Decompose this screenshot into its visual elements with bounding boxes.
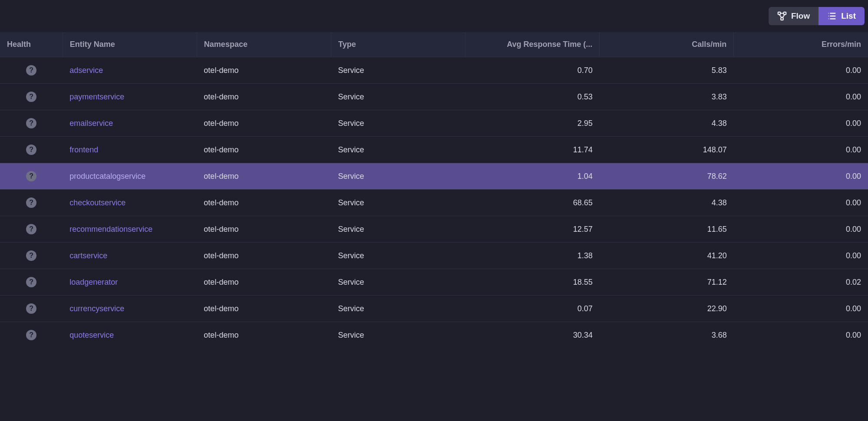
calls-per-min-cell: 4.38: [600, 110, 734, 137]
table-row[interactable]: ?recommendationserviceotel-demoService12…: [0, 216, 868, 243]
flow-button-label: Flow: [791, 11, 810, 21]
table-header-row: Health Entity Name Namespace Type Avg Re…: [0, 32, 868, 57]
avg-response-cell: 2.95: [465, 110, 600, 137]
header-entity-name[interactable]: Entity Name: [63, 32, 197, 57]
health-cell: ?: [0, 163, 63, 190]
health-cell: ?: [0, 296, 63, 322]
list-view-button[interactable]: List: [818, 7, 865, 25]
type-cell: Service: [331, 322, 465, 349]
table-row[interactable]: ?quoteserviceotel-demoService30.343.680.…: [0, 322, 868, 349]
entity-name-cell: currencyservice: [63, 296, 197, 322]
entity-link[interactable]: adservice: [69, 66, 103, 75]
namespace-cell: otel-demo: [197, 57, 331, 84]
health-unknown-icon: ?: [26, 330, 36, 340]
table-row[interactable]: ?currencyserviceotel-demoService0.0722.9…: [0, 296, 868, 322]
header-health[interactable]: Health: [0, 32, 63, 57]
health-cell: ?: [0, 190, 63, 216]
calls-per-min-cell: 41.20: [600, 243, 734, 269]
health-cell: ?: [0, 269, 63, 296]
entity-link[interactable]: quoteservice: [69, 331, 114, 339]
namespace-cell: otel-demo: [197, 190, 331, 216]
entity-link[interactable]: cartservice: [69, 251, 107, 260]
table-row[interactable]: ?cartserviceotel-demoService1.3841.200.0…: [0, 243, 868, 269]
entity-link[interactable]: checkoutservice: [69, 198, 125, 207]
header-calls-per-min[interactable]: Calls/min: [600, 32, 734, 57]
avg-response-cell: 12.57: [465, 216, 600, 243]
namespace-cell: otel-demo: [197, 137, 331, 163]
table-row[interactable]: ?frontendotel-demoService11.74148.070.00: [0, 137, 868, 163]
errors-per-min-cell: 0.00: [734, 163, 868, 190]
entity-name-cell: emailservice: [63, 110, 197, 137]
errors-per-min-cell: 0.00: [734, 322, 868, 349]
errors-per-min-cell: 0.02: [734, 269, 868, 296]
table-row[interactable]: ?checkoutserviceotel-demoService68.654.3…: [0, 190, 868, 216]
entity-name-cell: frontend: [63, 137, 197, 163]
avg-response-cell: 11.74: [465, 137, 600, 163]
health-unknown-icon: ?: [26, 224, 36, 234]
entity-link[interactable]: paymentservice: [69, 92, 124, 101]
namespace-cell: otel-demo: [197, 322, 331, 349]
health-unknown-icon: ?: [26, 197, 36, 208]
errors-per-min-cell: 0.00: [734, 216, 868, 243]
svg-rect-2: [781, 18, 783, 20]
health-unknown-icon: ?: [26, 145, 36, 155]
entity-name-cell: checkoutservice: [63, 190, 197, 216]
errors-per-min-cell: 0.00: [734, 190, 868, 216]
avg-response-cell: 1.38: [465, 243, 600, 269]
view-toggle: Flow List: [769, 7, 865, 25]
entity-name-cell: loadgenerator: [63, 269, 197, 296]
type-cell: Service: [331, 190, 465, 216]
calls-per-min-cell: 4.38: [600, 190, 734, 216]
entity-link[interactable]: recommendationservice: [69, 225, 152, 234]
type-cell: Service: [331, 110, 465, 137]
header-avg-response[interactable]: Avg Response Time (...: [465, 32, 600, 57]
entity-name-cell: cartservice: [63, 243, 197, 269]
calls-per-min-cell: 11.65: [600, 216, 734, 243]
entity-link[interactable]: productcatalogservice: [69, 172, 145, 181]
flow-view-button[interactable]: Flow: [769, 7, 818, 25]
namespace-cell: otel-demo: [197, 216, 331, 243]
health-unknown-icon: ?: [26, 65, 36, 76]
entity-name-cell: paymentservice: [63, 84, 197, 110]
table-row[interactable]: ?productcatalogserviceotel-demoService1.…: [0, 163, 868, 190]
errors-per-min-cell: 0.00: [734, 110, 868, 137]
services-table: Health Entity Name Namespace Type Avg Re…: [0, 32, 868, 348]
header-namespace[interactable]: Namespace: [197, 32, 331, 57]
entity-link[interactable]: frontend: [69, 145, 98, 154]
entity-link[interactable]: loadgenerator: [69, 278, 118, 286]
namespace-cell: otel-demo: [197, 269, 331, 296]
header-errors-per-min[interactable]: Errors/min: [734, 32, 868, 57]
avg-response-cell: 30.34: [465, 322, 600, 349]
calls-per-min-cell: 22.90: [600, 296, 734, 322]
health-unknown-icon: ?: [26, 277, 36, 287]
entity-link[interactable]: emailservice: [69, 119, 113, 128]
calls-per-min-cell: 3.68: [600, 322, 734, 349]
health-cell: ?: [0, 216, 63, 243]
calls-per-min-cell: 3.83: [600, 84, 734, 110]
svg-rect-0: [778, 12, 781, 14]
errors-per-min-cell: 0.00: [734, 137, 868, 163]
main-panel: Flow List: [0, 0, 868, 348]
errors-per-min-cell: 0.00: [734, 84, 868, 110]
health-cell: ?: [0, 322, 63, 349]
namespace-cell: otel-demo: [197, 296, 331, 322]
table-row[interactable]: ?adserviceotel-demoService0.705.830.00: [0, 57, 868, 84]
entity-link[interactable]: currencyservice: [69, 304, 124, 313]
type-cell: Service: [331, 84, 465, 110]
type-cell: Service: [331, 57, 465, 84]
entity-name-cell: productcatalogservice: [63, 163, 197, 190]
health-cell: ?: [0, 110, 63, 137]
errors-per-min-cell: 0.00: [734, 57, 868, 84]
calls-per-min-cell: 5.83: [600, 57, 734, 84]
avg-response-cell: 0.07: [465, 296, 600, 322]
calls-per-min-cell: 71.12: [600, 269, 734, 296]
table-row[interactable]: ?loadgeneratorotel-demoService18.5571.12…: [0, 269, 868, 296]
health-cell: ?: [0, 84, 63, 110]
health-cell: ?: [0, 243, 63, 269]
table-row[interactable]: ?emailserviceotel-demoService2.954.380.0…: [0, 110, 868, 137]
type-cell: Service: [331, 137, 465, 163]
header-type[interactable]: Type: [331, 32, 465, 57]
calls-per-min-cell: 148.07: [600, 137, 734, 163]
table-row[interactable]: ?paymentserviceotel-demoService0.533.830…: [0, 84, 868, 110]
list-button-label: List: [841, 11, 856, 21]
